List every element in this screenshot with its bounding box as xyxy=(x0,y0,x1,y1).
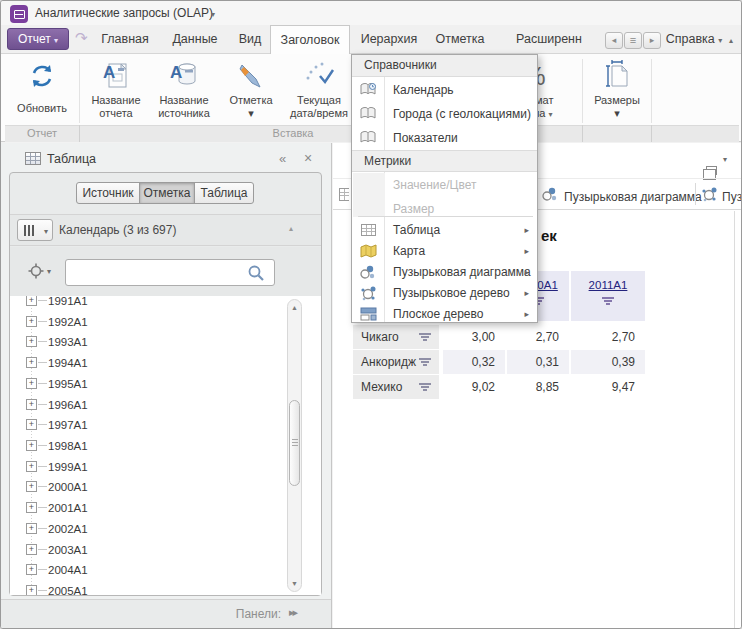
tab-scroll-right-icon[interactable]: ▸ xyxy=(643,32,661,49)
panels-expand-icon[interactable]: ▸▸ xyxy=(289,606,296,619)
submenu-arrow-icon: ▸ xyxy=(524,225,529,235)
header-dropdown-menu: Справочники Календарь Города (с геолокац… xyxy=(351,54,538,323)
tree-scrollbar[interactable]: ▲ ▼ xyxy=(287,299,302,592)
filter-icon[interactable] xyxy=(418,383,431,392)
row-header[interactable]: Анкоридж xyxy=(353,350,439,374)
expand-icon[interactable]: + xyxy=(26,461,37,472)
expand-icon[interactable]: + xyxy=(26,481,37,492)
view-tab-bubble-tree[interactable]: Пуз xyxy=(722,190,742,204)
title-bar: Аналитические запросы (OLAP) ▾ xyxy=(1,1,742,25)
expand-icon[interactable]: + xyxy=(26,419,37,430)
gear-icon[interactable] xyxy=(28,263,44,283)
tree-item[interactable]: 2000A1 xyxy=(48,481,88,493)
mark-button[interactable]: Отметка ▾ xyxy=(219,58,283,124)
tab-ierarhiya[interactable]: Иерархия xyxy=(353,25,425,54)
tree-item[interactable]: 1999A1 xyxy=(48,461,88,473)
tree-item[interactable]: 1994A1 xyxy=(48,357,88,369)
expand-icon[interactable]: + xyxy=(26,316,37,327)
redo-icon[interactable]: ↷ xyxy=(75,29,88,47)
tree-item[interactable]: 2004A1 xyxy=(48,564,88,576)
tab-rasshirennyj[interactable]: Расширенн xyxy=(495,25,603,54)
search-input[interactable] xyxy=(65,259,275,286)
table-cell: 8,85 xyxy=(507,375,569,399)
table-icon xyxy=(359,221,377,239)
tree-item[interactable]: 2003A1 xyxy=(48,544,88,556)
expand-icon[interactable]: + xyxy=(26,336,37,347)
scroll-down-icon[interactable]: ▼ xyxy=(288,580,301,587)
help-menu[interactable]: Справка ▾ xyxy=(665,25,723,54)
tab-list-icon[interactable]: ≡ xyxy=(624,32,642,49)
panel-collapse-icon[interactable]: « xyxy=(279,151,286,166)
menu-item-pokazateli[interactable]: Показатели xyxy=(352,126,537,150)
table-panel-icon xyxy=(25,152,41,165)
expand-icon[interactable]: + xyxy=(26,296,37,306)
window-cascade-icon[interactable] xyxy=(706,166,717,175)
columns-selector-button[interactable]: ▾ xyxy=(17,219,53,241)
tree-item[interactable]: 1991A1 xyxy=(48,296,88,307)
tree-item[interactable]: 2005A1 xyxy=(48,585,88,595)
section-collapse-icon[interactable]: ▴ xyxy=(289,224,293,233)
partial-tab-icon[interactable] xyxy=(339,188,349,202)
tab-scroll-left-icon[interactable]: ◂ xyxy=(605,32,623,49)
gear-caret-down-icon[interactable]: ▾ xyxy=(47,267,51,276)
panel-tab-otmetka[interactable]: Отметка xyxy=(139,182,195,204)
app-window: Аналитические запросы (OLAP) ▾ Отчет ▾ ↷… xyxy=(0,0,742,629)
tab-otmetka[interactable]: Отметка xyxy=(427,25,493,54)
tree-item[interactable]: 1993A1 xyxy=(48,336,88,348)
tab-dannye[interactable]: Данные xyxy=(163,25,227,54)
row-header[interactable]: Чикаго xyxy=(353,325,439,349)
report-title-fragment: ек xyxy=(541,227,557,244)
tree-item[interactable]: 1996A1 xyxy=(48,399,88,411)
expand-icon[interactable]: + xyxy=(26,378,37,389)
bubble-tree-icon xyxy=(359,284,377,302)
tab-glavnaya[interactable]: Главная xyxy=(89,25,161,54)
panel-tab-tablitsa[interactable]: Таблица xyxy=(194,182,254,204)
row-header[interactable]: Мехико xyxy=(353,375,439,399)
menu-item-ploskoe-derevo[interactable]: Плоское дерево ▸ xyxy=(352,302,537,326)
scrollbar-thumb[interactable] xyxy=(289,400,300,486)
datetime-button[interactable]: Текущая дата/время xyxy=(285,58,353,124)
view-tab-bubble-chart[interactable]: Пузырьковая диаграмма xyxy=(564,190,702,204)
search-icon[interactable] xyxy=(247,264,265,286)
filter-icon[interactable] xyxy=(418,358,431,367)
expand-icon[interactable]: + xyxy=(26,440,37,451)
expand-icon[interactable]: + xyxy=(26,544,37,555)
collapse-ribbon-icon[interactable]: ▴ xyxy=(729,36,733,45)
cascade-caret-down-icon[interactable]: ▾ xyxy=(723,155,727,164)
expand-icon[interactable]: + xyxy=(26,357,37,368)
expand-icon[interactable]: + xyxy=(26,564,37,575)
panel-close-icon[interactable]: × xyxy=(304,150,312,166)
tree-item[interactable]: 1997A1 xyxy=(48,419,88,431)
tree-item[interactable]: 1995A1 xyxy=(48,378,88,390)
sizes-button[interactable]: Размеры ▾ xyxy=(586,58,648,124)
book-icon xyxy=(359,129,377,147)
bubble-chart-icon xyxy=(359,263,377,281)
column-header-2011[interactable]: 2011A1 xyxy=(571,271,645,321)
title-caret-down-icon[interactable]: ▾ xyxy=(211,10,215,19)
panel-tab-istochnik[interactable]: Источник xyxy=(76,182,140,204)
number-format-caret-down-icon: ▾ xyxy=(548,110,552,119)
sizes-icon xyxy=(586,58,648,94)
table-cell: 0,31 xyxy=(507,350,569,374)
menu-item-kalendar[interactable]: Календарь xyxy=(352,78,537,102)
refresh-button[interactable]: Обновить xyxy=(9,58,75,124)
tree-item[interactable]: 2001A1 xyxy=(48,502,88,514)
filter-icon[interactable] xyxy=(418,333,431,342)
expand-icon[interactable]: + xyxy=(26,523,37,534)
report-name-button[interactable]: A Название отчета xyxy=(83,58,149,124)
menu-item-goroda[interactable]: Города (с геолокациями) xyxy=(352,102,537,126)
report-menu-button[interactable]: Отчет ▾ xyxy=(7,28,69,50)
tab-vid[interactable]: Вид xyxy=(227,25,273,54)
expand-icon[interactable]: + xyxy=(26,585,37,595)
table-cell: 2,70 xyxy=(571,325,645,349)
tab-zagolovok[interactable]: Заголовок xyxy=(270,25,350,54)
scroll-up-icon[interactable]: ▲ xyxy=(288,304,301,311)
tree-item[interactable]: 2002A1 xyxy=(48,523,88,535)
source-name-button[interactable]: A Название источника xyxy=(151,58,217,124)
tree-item[interactable]: 1992A1 xyxy=(48,316,88,328)
expand-icon[interactable]: + xyxy=(26,502,37,513)
tree-item[interactable]: 1998A1 xyxy=(48,440,88,452)
filter-icon[interactable] xyxy=(602,297,615,306)
menu-section-metriki: Метрики xyxy=(352,150,537,172)
expand-icon[interactable]: + xyxy=(26,399,37,410)
